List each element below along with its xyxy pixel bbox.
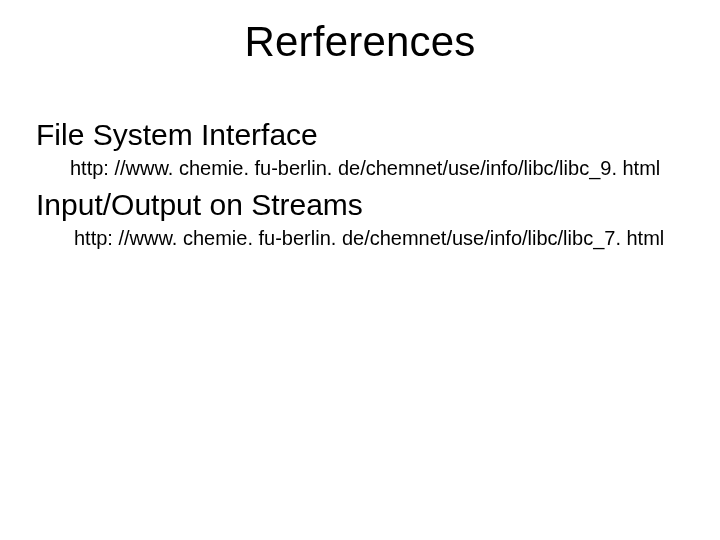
section-heading-input-output-streams: Input/Output on Streams bbox=[36, 188, 363, 221]
reference-url-1: http: //www. chemie. fu-berlin. de/chemn… bbox=[70, 156, 660, 180]
slide: Rerferences File System Interface http: … bbox=[0, 0, 720, 540]
section-heading-file-system-interface: File System Interface bbox=[36, 118, 318, 151]
slide-title: Rerferences bbox=[0, 18, 720, 66]
reference-url-2: http: //www. chemie. fu-berlin. de/chemn… bbox=[74, 226, 664, 250]
